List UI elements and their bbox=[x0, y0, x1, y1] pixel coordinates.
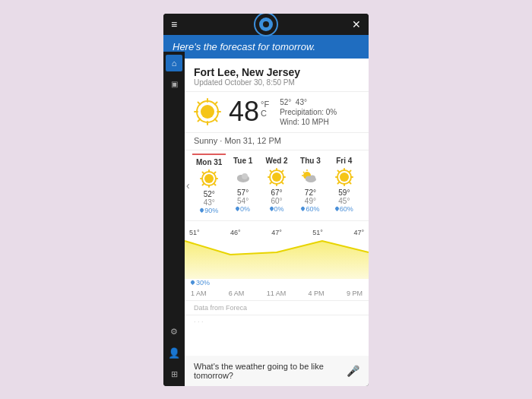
forecast-high-fri: 59° bbox=[338, 188, 350, 197]
forecast-day-thu[interactable]: Thu 3 72° 49° 60% bbox=[293, 154, 327, 216]
forecast-day-mon[interactable]: Mon 31 52° 43° bbox=[192, 154, 226, 216]
forecast-icon-mon bbox=[200, 169, 218, 188]
sidebar-item-camera[interactable]: ▣ bbox=[166, 76, 182, 93]
separator: · · · bbox=[185, 315, 369, 328]
forecast-precip-tue: 0% bbox=[236, 205, 250, 213]
forecast-icon-thu bbox=[301, 168, 319, 186]
forecast-high-mon: 52° bbox=[204, 190, 215, 198]
svg-line-36 bbox=[303, 172, 305, 173]
cortana-logo bbox=[254, 14, 278, 36]
svg-line-31 bbox=[282, 170, 283, 172]
svg-line-17 bbox=[214, 183, 216, 185]
forecast-precip-thu: 60% bbox=[301, 205, 319, 213]
location-name: Fort Lee, New Jersey bbox=[194, 66, 359, 78]
user-query-text: What's the weather going to be like tomo… bbox=[194, 362, 347, 380]
temp-details: 52° 43° Precipitation: 0% Wind: 10 MPH bbox=[280, 98, 337, 126]
weather-desc: Sunny · Mon 31, 12 PM bbox=[185, 133, 369, 150]
forecast-high-thu: 72° bbox=[305, 188, 316, 197]
sidebar-item-person[interactable]: 👤 bbox=[166, 345, 182, 362]
forecast-high-wed: 67° bbox=[271, 188, 282, 197]
sidebar-item-home[interactable]: ⌂ bbox=[166, 55, 182, 71]
svg-marker-50 bbox=[185, 241, 369, 279]
forecast-low-wed: 60° bbox=[271, 197, 282, 205]
svg-point-24 bbox=[272, 173, 281, 182]
svg-point-11 bbox=[204, 174, 214, 183]
sidebar-item-gear[interactable]: ⚙ bbox=[166, 324, 182, 340]
forecast-day-name-tue: Tue 1 bbox=[233, 157, 252, 165]
svg-line-8 bbox=[215, 103, 217, 105]
forecast-low-thu: 49° bbox=[305, 197, 316, 205]
location-updated: Updated October 30, 8:50 PM bbox=[194, 78, 359, 87]
forecast-icon-tue bbox=[234, 168, 252, 186]
forecast-precip-fri: 60% bbox=[335, 205, 353, 213]
forecast-section: ‹ Mon 31 bbox=[185, 150, 369, 221]
hourly-chart: 51° 46° 47° 51° 47° bbox=[185, 226, 369, 279]
forecast-day-wed[interactable]: Wed 2 67° 60° bbox=[260, 154, 293, 216]
hourly-labels: 1 AM 6 AM 11 AM 4 PM 9 PM bbox=[185, 288, 369, 300]
label-6am: 6 AM bbox=[229, 290, 245, 297]
svg-line-47 bbox=[350, 182, 351, 183]
temp-display: 48 °F C bbox=[229, 98, 269, 125]
svg-line-9 bbox=[198, 119, 201, 122]
label-9pm: 9 PM bbox=[347, 290, 363, 297]
svg-line-19 bbox=[203, 183, 204, 185]
label-1am: 1 AM bbox=[191, 290, 207, 297]
svg-line-48 bbox=[350, 170, 351, 172]
high-low: 52° 43° bbox=[280, 98, 337, 106]
cortana-dot bbox=[263, 21, 269, 27]
current-sun-icon bbox=[194, 98, 221, 125]
precip-row: Precipitation: 0% bbox=[280, 108, 337, 116]
main-content: Fort Lee, New Jersey Updated October 30,… bbox=[185, 59, 369, 356]
sidebar-nav: ⌂ ▣ ⚙ 👤 ⊞ bbox=[163, 52, 185, 386]
forecast-precip-wed: 0% bbox=[270, 205, 284, 213]
data-source: Data from Foreca bbox=[185, 301, 369, 315]
svg-line-16 bbox=[203, 172, 204, 173]
forecast-nav-left[interactable]: ‹ bbox=[185, 179, 192, 192]
forecast-day-tue[interactable]: Tue 1 57° 54° 0% bbox=[226, 154, 259, 216]
forecast-day-name-thu: Thu 3 bbox=[300, 157, 321, 165]
svg-line-32 bbox=[271, 182, 272, 183]
temp-unit: °F C bbox=[261, 100, 269, 118]
wind-row: Wind: 10 MPH bbox=[280, 118, 337, 126]
hourly-precip-label: 30% bbox=[185, 279, 369, 287]
svg-line-49 bbox=[337, 182, 339, 183]
sidebar-item-windows[interactable]: ⊞ bbox=[166, 366, 182, 383]
hamburger-icon[interactable]: ≡ bbox=[171, 18, 177, 30]
forecast-low-fri: 45° bbox=[338, 197, 350, 205]
svg-point-1 bbox=[201, 105, 214, 119]
svg-line-29 bbox=[271, 170, 272, 172]
forecast-day-name-wed: Wed 2 bbox=[265, 157, 287, 165]
close-button[interactable]: ✕ bbox=[352, 18, 361, 30]
svg-line-7 bbox=[215, 119, 217, 122]
forecast-day-fri[interactable]: Fri 4 59° 45° bbox=[328, 154, 361, 216]
location-section: Fort Lee, New Jersey Updated October 30,… bbox=[185, 59, 369, 92]
svg-point-39 bbox=[309, 175, 315, 180]
label-11am: 11 AM bbox=[267, 290, 287, 297]
forecast-precip-mon: 90% bbox=[200, 207, 218, 214]
forecast-high-tue: 57° bbox=[237, 188, 249, 197]
cortana-message-bar: Here's the forecast for tomorrow. bbox=[163, 35, 369, 59]
cortana-inner bbox=[259, 17, 273, 31]
current-weather: 48 °F C 52° 43° Precipitation: 0% Wind: … bbox=[185, 92, 369, 133]
hourly-chart-svg bbox=[185, 226, 369, 279]
forecast-day-name-mon: Mon 31 bbox=[196, 158, 222, 166]
forecast-icon-wed bbox=[268, 168, 286, 186]
forecast-low-mon: 43° bbox=[204, 198, 215, 207]
input-section: What's the weather going to be like tomo… bbox=[185, 356, 369, 386]
svg-point-41 bbox=[340, 173, 349, 182]
forecast-day-name-fri: Fri 4 bbox=[336, 157, 352, 165]
cortana-message: Here's the forecast for tomorrow. bbox=[173, 41, 359, 52]
mic-icon[interactable]: 🎤 bbox=[347, 365, 359, 377]
main-window: ≡ ✕ Here's the forecast for tomorrow. ⌂ … bbox=[163, 14, 369, 386]
svg-line-6 bbox=[198, 103, 201, 105]
current-temp: 48 bbox=[229, 98, 259, 125]
hourly-section: 51° 46° 47° 51° 47° bbox=[185, 221, 369, 301]
forecast-days: Mon 31 52° 43° bbox=[185, 154, 369, 220]
title-bar: ≡ ✕ bbox=[163, 14, 369, 35]
forecast-icon-fri bbox=[335, 168, 353, 186]
forecast-low-tue: 54° bbox=[237, 197, 249, 205]
svg-line-18 bbox=[214, 172, 216, 173]
label-4pm: 4 PM bbox=[309, 290, 325, 297]
svg-point-22 bbox=[242, 173, 248, 179]
svg-line-46 bbox=[337, 170, 339, 172]
